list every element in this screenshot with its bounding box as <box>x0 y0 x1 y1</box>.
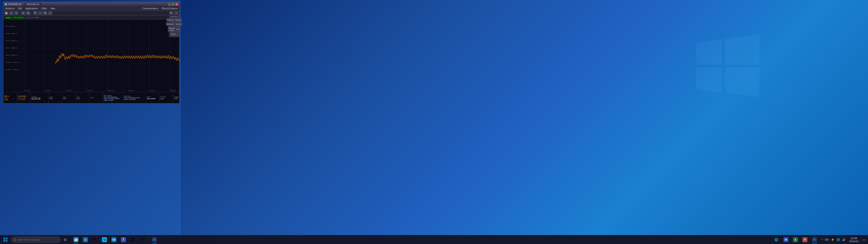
waveform-svg: 0 dBm -20 dBm -40 dBm -60 dBm -80 dBm -1… <box>3 20 179 92</box>
cursor-toolbar-button[interactable]: ↕ <box>38 11 42 15</box>
svg-text:-100 dBm: -100 dBm <box>4 62 20 63</box>
add-note-section: Add Note <box>49 92 62 103</box>
task-view-button[interactable]: ⧉ <box>61 235 70 244</box>
tray-language-icon[interactable]: EN <box>825 238 830 242</box>
menu-edit[interactable]: Edit <box>17 7 23 10</box>
trigger-level-label: Trigger: <box>174 96 179 98</box>
minimize-button[interactable]: ─ <box>168 3 171 6</box>
maximize-button[interactable]: □ <box>172 3 175 6</box>
dvm-label: DVM <box>90 97 102 98</box>
system-clock[interactable]: 15:44 2024/4/1 <box>847 237 861 243</box>
system-tray: ^ EN ⚡ 🌐 🔊 15:44 2024/4/1 ▭ <box>819 237 868 243</box>
add-new-title: Add New <box>170 16 178 18</box>
taskbar-photos[interactable]: 🖼 <box>128 235 137 244</box>
svg-text:200: 200 <box>45 90 51 92</box>
toolbar: 💾 🖨 ⚙ ▶ ⏹ 🔍 ↕ 📏 A 🔍 ? <box>3 11 179 16</box>
callout-button[interactable]: Callout <box>175 18 179 22</box>
close-button[interactable]: ✕ <box>175 3 178 6</box>
start-button[interactable] <box>0 235 11 244</box>
task-view-icon: ⧉ <box>64 238 66 242</box>
cursors-button[interactable]: Cursors <box>166 18 174 22</box>
trigger-btn-1[interactable]: 1 <box>31 97 34 100</box>
title-bar: M MSO64B-SH MSO64B-SH ─ □ ✕ <box>3 2 179 6</box>
taskbar-word[interactable]: W <box>781 235 790 244</box>
taskbar: ⧉ 📁 e ✉ 🛍 VS T 🖼 ⚙ Ai <box>0 235 868 244</box>
stop-toolbar-button[interactable]: ⏹ <box>26 11 30 15</box>
trigger-btn-2[interactable]: 2 <box>35 97 37 100</box>
file-explorer-icon: 📁 <box>73 237 79 242</box>
add-note-label-1: Add <box>50 96 61 98</box>
clock-time: 15:44 <box>849 237 859 240</box>
search-input[interactable] <box>18 238 54 241</box>
trigger-btn-3[interactable]: 3 <box>38 97 40 100</box>
svg-point-135 <box>14 238 16 240</box>
taskbar-vscode[interactable]: VS <box>110 235 119 244</box>
results-table-button[interactable]: Results Table <box>168 26 176 32</box>
zoom-toolbar-button[interactable]: 🔍 <box>33 11 37 15</box>
menu-communicate[interactable]: Communicate ▾ <box>142 7 159 10</box>
taskbar-powerpoint[interactable]: P <box>800 235 809 244</box>
save-toolbar-button[interactable]: 💾 <box>4 11 8 15</box>
measure-button[interactable]: Measure <box>166 22 175 26</box>
title-bar-left: M MSO64B-SH MSO64B-SH <box>4 3 41 6</box>
dvm-section: DVM <box>89 92 103 103</box>
channel-scale: 20 MHz/div <box>25 17 34 19</box>
spectrum-section: Spectrum: Freq: 50 10000.0 MHz Horiz: 10… <box>123 92 146 103</box>
svg-text:300: 300 <box>66 90 72 92</box>
taskbar-edge[interactable]: e <box>81 235 90 244</box>
horiz-section: Horiz: 100 ns/div <box>146 92 159 103</box>
desktop-right <box>181 0 868 235</box>
plot-button[interactable]: Plot <box>176 26 179 32</box>
menu-files-extras[interactable]: Files & Extras ▾ <box>161 7 178 10</box>
search-button[interactable]: Search <box>175 22 179 26</box>
taskbar-file-explorer[interactable]: 📁 <box>71 235 81 244</box>
show-desktop-icon[interactable]: ▭ <box>862 238 866 242</box>
afc-section: AFC Status Avg: 500 MSa/msp Freq: 50 100… <box>103 92 123 103</box>
svg-line-136 <box>16 240 17 241</box>
menu-applications[interactable]: Applications <box>25 7 39 10</box>
taskbar-osc-right[interactable]: Ai <box>810 235 819 244</box>
menu-actions[interactable]: Actions ▾ <box>4 7 16 10</box>
run-toolbar-button[interactable]: ▶ <box>21 11 25 15</box>
volts-div-status: 10 mV/div 100 mV/div 1.0 mV/div <box>17 92 31 103</box>
taskbar-chrome[interactable]: 🌐 <box>772 235 781 244</box>
more-button[interactable]: More... <box>170 33 178 36</box>
taskbar-apps-right: 🌐 W X P Ai <box>772 235 819 244</box>
menu-utility[interactable]: Utility <box>40 7 48 10</box>
measure-toolbar-button[interactable]: 📏 <box>43 11 47 15</box>
print-toolbar-button[interactable]: 🖨 <box>9 11 13 15</box>
windows-start-icon <box>3 238 7 242</box>
taskbar-search-bar[interactable] <box>11 237 61 243</box>
tab-text: MSO64B-SH <box>25 3 41 6</box>
osc-right-icon: Ai <box>812 237 817 242</box>
settings-toolbar-button[interactable]: ⚙ <box>14 11 18 15</box>
taskbar-store[interactable]: 🛍 <box>100 235 109 244</box>
word-icon: W <box>783 237 788 242</box>
taskbar-teams[interactable]: T <box>119 235 128 244</box>
mail-icon: ✉ <box>92 237 97 242</box>
teams-icon: T <box>121 237 126 242</box>
add-note-val-3: Note <box>76 98 88 99</box>
autoset-toolbar-button[interactable]: A <box>48 11 52 15</box>
tray-network-icon[interactable]: 🌐 <box>836 238 841 242</box>
add-note-label-3: Add <box>76 96 88 98</box>
taskbar-osc-app[interactable]: Ai <box>150 235 159 244</box>
svg-text:-80 dBm: -80 dBm <box>4 55 18 56</box>
volts-div-label: 100 mV/div <box>18 97 29 99</box>
svg-text:600: 600 <box>128 90 134 92</box>
taskbar-excel[interactable]: X <box>791 235 800 244</box>
taskbar-settings[interactable]: ⚙ <box>138 235 147 244</box>
trigger-section: Trigger 1 2 3 <box>31 92 49 103</box>
add-note-val-2: Note <box>63 98 74 99</box>
afc-freq: Freq: 50 10000.0 MHz <box>104 98 122 99</box>
svg-text:800: 800 <box>170 90 176 92</box>
svg-text:-120 dBm: -120 dBm <box>4 69 20 70</box>
add-new-panel: Add New Cursors Callout Measure Search R… <box>169 16 179 37</box>
trigger-level-section: Trigger: 7.6V <box>173 92 179 103</box>
add-note-section-2: Add Note <box>62 92 76 103</box>
tray-chevron-icon[interactable]: ^ <box>821 238 824 242</box>
tray-volume-icon[interactable]: 🔊 <box>842 238 846 242</box>
taskbar-mail[interactable]: ✉ <box>90 235 99 244</box>
tray-battery-icon[interactable]: ⚡ <box>830 238 835 242</box>
menu-help[interactable]: Help <box>50 7 56 10</box>
